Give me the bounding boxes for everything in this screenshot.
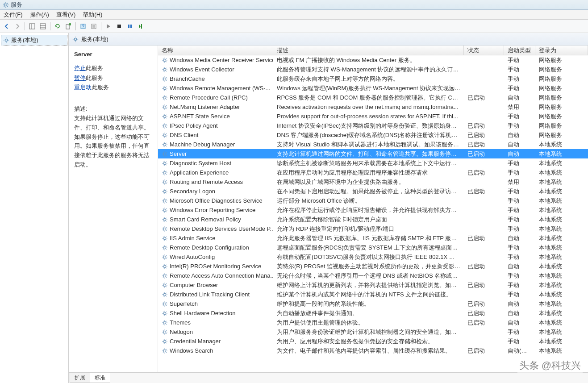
tree-root-services[interactable]: 服务(本地) bbox=[1, 35, 67, 46]
table-row[interactable]: Secondary Logon在不同凭据下启用启动过程。如果此服务被停止，这种类… bbox=[158, 187, 588, 196]
back-button[interactable] bbox=[2, 21, 12, 31]
table-row[interactable]: Diagnostic System Host诊断系统主机被诊断策略服务用来承载需… bbox=[158, 158, 588, 168]
help-button[interactable]: ? bbox=[78, 21, 88, 31]
table-row[interactable]: Intel(R) PROSet Monitoring Service英特尔(R)… bbox=[158, 262, 588, 271]
svg-line-59 bbox=[166, 80, 167, 80]
service-logon: 网络服务 bbox=[535, 122, 588, 130]
service-logon: 本地系统 bbox=[535, 272, 588, 280]
start-service-button[interactable] bbox=[104, 21, 113, 31]
table-row[interactable]: IPsec Policy AgentInternet 协议安全(IPSec)支持… bbox=[158, 121, 588, 130]
table-row[interactable]: Application Experience在应用程序启动时为应用程序处理应用程… bbox=[158, 168, 588, 177]
col-start[interactable]: 启动类型 bbox=[504, 46, 535, 55]
service-start: 手动 bbox=[504, 216, 535, 224]
service-status: 已启动 bbox=[464, 187, 504, 196]
pause-service-button[interactable] bbox=[125, 21, 135, 31]
svg-line-302 bbox=[166, 333, 167, 333]
menu-view[interactable]: 查看(V) bbox=[56, 11, 75, 19]
view-detail-button[interactable] bbox=[27, 21, 37, 31]
forward-button[interactable] bbox=[13, 21, 22, 31]
svg-line-285 bbox=[163, 314, 163, 315]
service-desc: 支持对 Visual Studio 和脚本调试器进行本地和远程调试。如果该服务停… bbox=[273, 141, 464, 149]
refresh-button[interactable] bbox=[53, 21, 63, 31]
service-start: 手动 bbox=[504, 66, 535, 74]
table-row[interactable]: Remote Desktop Services UserMode P...允许为… bbox=[158, 224, 588, 233]
table-row[interactable]: Themes为用户提供使用主题管理的体验。已启动自动本地系统 bbox=[158, 318, 588, 327]
window-title: 服务 bbox=[11, 1, 22, 9]
table-row[interactable]: Computer Browser维护网络上计算机的更新列表，并将列表提供给计算机… bbox=[158, 280, 588, 290]
restart-service-button[interactable] bbox=[136, 21, 146, 31]
table-row[interactable]: Net.Msmq Listener AdapterReceives activa… bbox=[158, 102, 588, 112]
svg-line-131 bbox=[166, 155, 167, 155]
service-logon: 本地系统 bbox=[535, 291, 588, 299]
service-logon: 网络服务 bbox=[535, 103, 588, 111]
svg-point-116 bbox=[163, 143, 166, 146]
table-row[interactable]: Netlogon为用户和服务身份验证维护此计算机和域控制器之间的安全通道。如果此… bbox=[158, 327, 588, 337]
service-desc: Internet 协议安全(IPSec)支持网络级别的对等身份验证、数据原始身份… bbox=[273, 122, 464, 130]
table-row[interactable]: Remote Desktop Configuration远程桌面配置服务(RDC… bbox=[158, 243, 588, 252]
svg-line-142 bbox=[166, 161, 167, 162]
svg-point-215 bbox=[163, 246, 166, 249]
table-row[interactable]: Remote Access Auto Connection Mana...无论什… bbox=[158, 271, 588, 280]
svg-line-294 bbox=[163, 324, 163, 324]
content-header-label: 服务(本地) bbox=[81, 35, 108, 43]
table-row[interactable]: Server支持此计算机通过网络的文件、打印、和命名管道共享。如果服务停止，这.… bbox=[158, 149, 588, 158]
stop-service-button[interactable] bbox=[114, 21, 124, 31]
col-status[interactable]: 状态 bbox=[464, 46, 504, 55]
table-row[interactable]: BranchCache此服务缓存来自本地子网上对等方的网络内容。手动网络服务 bbox=[158, 74, 588, 83]
tab-extended[interactable]: 扩展 bbox=[70, 373, 90, 383]
svg-line-8 bbox=[7, 3, 8, 3]
pause-link[interactable]: 暂停 bbox=[74, 75, 86, 81]
svg-point-188 bbox=[163, 218, 166, 221]
col-desc[interactable]: 描述 bbox=[273, 46, 464, 55]
tab-standard[interactable]: 标准 bbox=[90, 373, 110, 383]
menu-file[interactable]: 文件(F) bbox=[4, 11, 23, 19]
col-name[interactable]: 名称 bbox=[158, 46, 273, 55]
svg-line-293 bbox=[166, 324, 167, 324]
table-row[interactable]: DNS ClientDNS 客户端服务(dnscache)缓存域名系统(DNS)… bbox=[158, 130, 588, 140]
table-row[interactable]: Smart Card Removal Policy允许系统配置为移除智能卡时锁定… bbox=[158, 215, 588, 224]
table-row[interactable]: Wired AutoConfig有线自动配置(DOT3SVC)服务负责对以太网接… bbox=[158, 252, 588, 262]
svg-line-256 bbox=[163, 283, 163, 283]
service-status: 已启动 bbox=[464, 94, 504, 102]
svg-line-168 bbox=[163, 192, 163, 193]
col-logon[interactable]: 登录为 bbox=[535, 46, 588, 55]
menu-action[interactable]: 操作(A) bbox=[30, 11, 49, 19]
table-row[interactable]: Credential Manager为用户、应用程序和安全服务包提供凭据的安全存… bbox=[158, 337, 588, 346]
service-start: 自动 bbox=[504, 319, 535, 327]
table-row[interactable]: Windows Event Collector此服务将管理对支持 WS-Mana… bbox=[158, 65, 588, 74]
service-desc: 允许在程序停止运行或停止响应时报告错误，并允许提供现有解决方案。还... bbox=[273, 206, 464, 214]
table-row[interactable]: Microsoft Office Diagnostics Service运行部分… bbox=[158, 196, 588, 205]
table-row[interactable]: Windows Error Reporting Service允许在程序停止运行… bbox=[158, 205, 588, 215]
view-list-button[interactable] bbox=[38, 21, 48, 31]
svg-text:?: ? bbox=[82, 24, 84, 29]
service-name: Computer Browser bbox=[170, 282, 218, 288]
menu-help[interactable]: 帮助(H) bbox=[83, 11, 102, 19]
svg-line-60 bbox=[163, 80, 163, 80]
gear-icon bbox=[162, 142, 168, 148]
service-desc: 诊断系统主机被诊断策略服务用来承载需要在本地系统上下文中运行的诊断... bbox=[273, 159, 464, 167]
table-row[interactable]: Machine Debug Manager支持对 Visual Studio 和… bbox=[158, 140, 588, 149]
svg-line-94 bbox=[163, 114, 163, 115]
table-row[interactable]: Windows Search为文件、电子邮件和其他内容提供内容索引、属性缓存和搜… bbox=[158, 346, 588, 355]
properties-button[interactable] bbox=[89, 21, 99, 31]
svg-rect-21 bbox=[117, 25, 121, 28]
table-row[interactable]: IIS Admin Service允许此服务器管理 IIS 元数据库。IIS 元… bbox=[158, 233, 588, 243]
svg-line-187 bbox=[166, 208, 167, 208]
service-logon: 本地系统 bbox=[535, 253, 588, 261]
svg-line-257 bbox=[166, 286, 167, 287]
table-row[interactable]: Routing and Remote Access在局域网以及广域网环境中为企业… bbox=[158, 177, 588, 187]
stop-link[interactable]: 停止 bbox=[74, 65, 86, 71]
restart-link[interactable]: 重启动 bbox=[74, 84, 92, 91]
table-row[interactable]: Windows Remote Management (WS-...Windows… bbox=[158, 83, 588, 93]
table-row[interactable]: Windows Media Center Receiver Service电视或… bbox=[158, 55, 588, 65]
service-desc: 维护和提高一段时间内的系统性能。 bbox=[273, 300, 464, 308]
table-row[interactable]: Remote Procedure Call (RPC)RPCSS 服务是 COM… bbox=[158, 93, 588, 102]
table-row[interactable]: Superfetch维护和提高一段时间内的系统性能。已启动自动本地系统 bbox=[158, 299, 588, 308]
gear-icon bbox=[162, 320, 168, 326]
gear-icon bbox=[162, 57, 168, 63]
table-row[interactable]: Shell Hardware Detection为自动播放硬件事件提供通知。已启… bbox=[158, 308, 588, 318]
table-row[interactable]: ASP.NET State ServiceProvides support fo… bbox=[158, 112, 588, 121]
svg-line-222 bbox=[163, 249, 163, 249]
export-button[interactable] bbox=[63, 21, 73, 31]
table-row[interactable]: Distributed Link Tracking Client维护某个计算机内… bbox=[158, 290, 588, 299]
